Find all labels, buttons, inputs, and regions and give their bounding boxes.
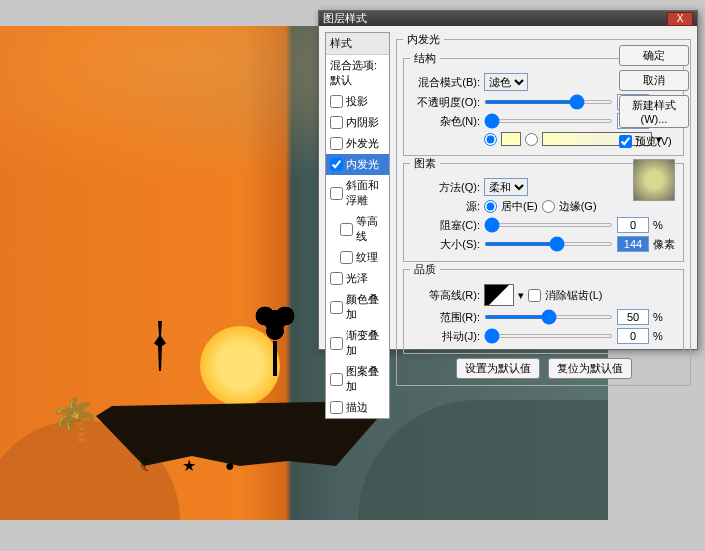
- styles-header[interactable]: 样式: [326, 33, 389, 55]
- jitter-unit: %: [653, 330, 677, 342]
- style-item-label: 等高线: [356, 214, 385, 244]
- style-item-checkbox[interactable]: [340, 251, 353, 264]
- style-item-checkbox[interactable]: [330, 95, 343, 108]
- style-item[interactable]: 外发光: [326, 133, 389, 154]
- technique-label: 方法(Q):: [410, 180, 480, 195]
- palm-tree: [50, 396, 80, 456]
- choke-input[interactable]: [617, 217, 649, 233]
- style-item[interactable]: 描边: [326, 397, 389, 418]
- jitter-input[interactable]: [617, 328, 649, 344]
- hanging-ornaments: ☾ ★ ●: [140, 456, 247, 475]
- source-label: 源:: [410, 199, 480, 214]
- style-item[interactable]: 斜面和浮雕: [326, 175, 389, 211]
- style-item[interactable]: 内阴影: [326, 112, 389, 133]
- new-style-button[interactable]: 新建样式(W)...: [619, 95, 689, 128]
- style-item-label: 颜色叠加: [346, 292, 385, 322]
- quality-legend: 品质: [410, 262, 440, 277]
- dialog-titlebar[interactable]: 图层样式 X: [319, 11, 697, 26]
- style-item-checkbox[interactable]: [330, 337, 343, 350]
- color-solid-radio[interactable]: [484, 133, 497, 146]
- style-item[interactable]: 渐变叠加: [326, 325, 389, 361]
- elements-legend: 图素: [410, 156, 440, 171]
- preview-checkbox[interactable]: [619, 135, 632, 148]
- blend-options-default[interactable]: 混合选项:默认: [326, 55, 389, 91]
- style-list: 样式 混合选项:默认 投影内阴影外发光内发光斜面和浮雕等高线纹理光泽颜色叠加渐变…: [325, 32, 390, 419]
- cancel-button[interactable]: 取消: [619, 70, 689, 91]
- layer-style-dialog: 图层样式 X 样式 混合选项:默认 投影内阴影外发光内发光斜面和浮雕等高线纹理光…: [318, 10, 698, 350]
- style-item[interactable]: 纹理: [326, 247, 389, 268]
- style-item-label: 光泽: [346, 271, 368, 286]
- dialog-right-column: 确定 取消 新建样式(W)... 预览(V): [619, 45, 689, 207]
- contour-dropdown-icon[interactable]: ▾: [518, 289, 524, 302]
- source-center-radio[interactable]: [484, 200, 497, 213]
- source-edge-radio[interactable]: [542, 200, 555, 213]
- size-input[interactable]: [617, 236, 649, 252]
- style-item[interactable]: 颜色叠加: [326, 289, 389, 325]
- choke-unit: %: [653, 219, 677, 231]
- choke-slider[interactable]: [484, 223, 613, 227]
- size-label: 大小(S):: [410, 237, 480, 252]
- preview-label: 预览(V): [635, 134, 672, 149]
- panel-title: 内发光: [403, 32, 444, 47]
- antialias-label: 消除锯齿(L): [545, 288, 602, 303]
- contour-picker[interactable]: [484, 284, 514, 306]
- style-item-label: 渐变叠加: [346, 328, 385, 358]
- style-item-checkbox[interactable]: [330, 187, 343, 200]
- style-item[interactable]: 投影: [326, 91, 389, 112]
- style-item-checkbox[interactable]: [330, 301, 343, 314]
- style-item-label: 内发光: [346, 157, 379, 172]
- opacity-slider[interactable]: [484, 100, 613, 104]
- style-item-checkbox[interactable]: [330, 373, 343, 386]
- choke-label: 阻塞(C):: [410, 218, 480, 233]
- contour-label: 等高线(R):: [410, 288, 480, 303]
- size-unit: 像素: [653, 237, 677, 252]
- style-item-label: 图案叠加: [346, 364, 385, 394]
- blend-mode-select[interactable]: 滤色: [484, 73, 528, 91]
- preview-checkbox-row[interactable]: 预览(V): [619, 134, 689, 149]
- style-item[interactable]: 内发光: [326, 154, 389, 175]
- technique-select[interactable]: 柔和: [484, 178, 528, 196]
- style-item[interactable]: 光泽: [326, 268, 389, 289]
- range-unit: %: [653, 311, 677, 323]
- style-item-checkbox[interactable]: [330, 401, 343, 414]
- style-item[interactable]: 等高线: [326, 211, 389, 247]
- style-item-label: 投影: [346, 94, 368, 109]
- style-item-checkbox[interactable]: [330, 116, 343, 129]
- size-slider[interactable]: [484, 242, 613, 246]
- color-gradient-radio[interactable]: [525, 133, 538, 146]
- source-center-label: 居中(E): [501, 199, 538, 214]
- style-item-label: 外发光: [346, 136, 379, 151]
- style-item-label: 纹理: [356, 250, 378, 265]
- style-item-label: 内阴影: [346, 115, 379, 130]
- style-item-checkbox[interactable]: [330, 158, 343, 171]
- dialog-title: 图层样式: [323, 11, 667, 26]
- person-silhouette: [150, 321, 170, 371]
- blend-mode-label: 混合模式(B):: [410, 75, 480, 90]
- jitter-label: 抖动(J):: [410, 329, 480, 344]
- style-item-label: 描边: [346, 400, 368, 415]
- structure-legend: 结构: [410, 51, 440, 66]
- noise-slider[interactable]: [484, 119, 613, 123]
- color-swatch[interactable]: [501, 132, 521, 146]
- range-slider[interactable]: [484, 315, 613, 319]
- preview-thumbnail: [633, 159, 675, 201]
- close-button[interactable]: X: [667, 12, 693, 26]
- style-item[interactable]: 图案叠加: [326, 361, 389, 397]
- source-edge-label: 边缘(G): [559, 199, 597, 214]
- range-label: 范围(R):: [410, 310, 480, 325]
- reset-default-button[interactable]: 复位为默认值: [548, 358, 632, 379]
- range-input[interactable]: [617, 309, 649, 325]
- style-item-checkbox[interactable]: [330, 272, 343, 285]
- tree-silhouette: [250, 296, 300, 376]
- noise-label: 杂色(N):: [410, 114, 480, 129]
- style-item-checkbox[interactable]: [340, 223, 353, 236]
- make-default-button[interactable]: 设置为默认值: [456, 358, 540, 379]
- jitter-slider[interactable]: [484, 334, 613, 338]
- antialias-checkbox[interactable]: [528, 289, 541, 302]
- style-item-checkbox[interactable]: [330, 137, 343, 150]
- ok-button[interactable]: 确定: [619, 45, 689, 66]
- opacity-label: 不透明度(O):: [410, 95, 480, 110]
- style-item-label: 斜面和浮雕: [346, 178, 385, 208]
- group-quality: 品质 等高线(R): ▾ 消除锯齿(L) 范围(R): %: [403, 262, 684, 354]
